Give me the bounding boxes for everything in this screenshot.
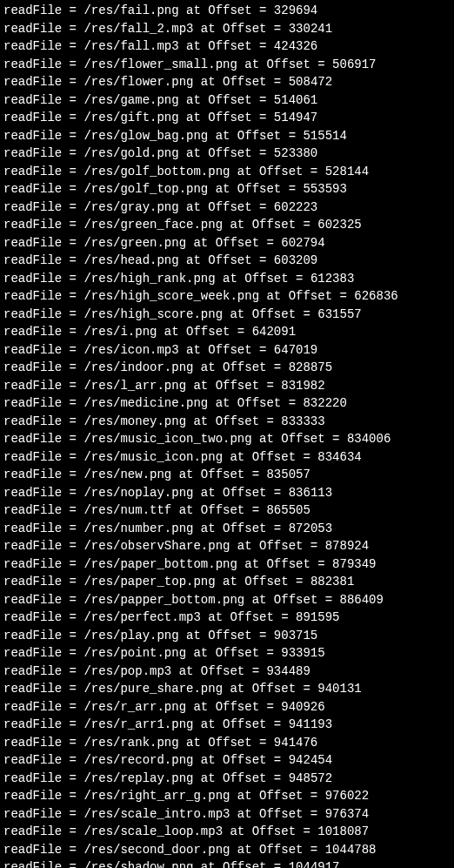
log-line: readFile = /res/high_score_week.png at O… <box>3 287 451 306</box>
log-label: readFile = <box>3 860 83 868</box>
log-line: readFile = /res/num.ttf at Offset = 8655… <box>3 501 451 520</box>
offset-label: at Offset = <box>179 253 274 267</box>
file-path: /res/new.png <box>83 468 171 481</box>
offset-value: 940131 <box>317 682 361 696</box>
log-line: readFile = /res/new.png at Offset = 8350… <box>3 466 451 484</box>
offset-value: 940926 <box>281 700 324 714</box>
log-label: readFile = <box>3 414 83 428</box>
log-label: readFile = <box>3 200 83 214</box>
file-path: /res/fall_2.mp3 <box>83 22 193 36</box>
log-line: readFile = /res/papper_bottom.png at Off… <box>3 591 451 609</box>
log-label: readFile = <box>3 664 83 678</box>
log-line: readFile = /res/music_icon.png at Offset… <box>3 448 451 467</box>
offset-label: at Offset = <box>223 307 317 321</box>
file-path: /res/i.png <box>83 325 157 339</box>
offset-value: 602794 <box>281 236 324 250</box>
offset-label: at Offset = <box>230 843 324 857</box>
offset-label: at Offset = <box>193 860 288 868</box>
log-line: readFile = /res/r_arr1.png at Offset = 9… <box>3 716 451 734</box>
log-label: readFile = <box>3 789 83 803</box>
offset-value: 832220 <box>303 396 346 410</box>
file-path: /res/high_rank.png <box>83 272 215 286</box>
offset-value: 882381 <box>310 575 354 589</box>
offset-value: 903715 <box>274 629 317 643</box>
file-path: /res/scale_intro.mp3 <box>83 807 230 821</box>
offset-value: 976374 <box>325 807 369 821</box>
log-label: readFile = <box>3 379 83 393</box>
offset-label: at Offset = <box>216 575 310 589</box>
log-line: readFile = /res/green_face.png at Offset… <box>3 216 451 234</box>
log-label: readFile = <box>3 343 83 357</box>
log-label: readFile = <box>3 39 83 53</box>
log-label: readFile = <box>3 807 83 821</box>
file-path: /res/indoor.png <box>83 360 193 374</box>
log-line: readFile = /res/observShare.png at Offse… <box>3 537 451 555</box>
file-path: /res/replay.png <box>83 771 193 785</box>
file-path: /res/flower.png <box>83 75 193 89</box>
file-path: /res/money.png <box>83 414 186 428</box>
log-output: readFile = /res/fail.png at Offset = 329… <box>3 2 451 868</box>
offset-value: 528144 <box>325 165 369 178</box>
offset-label: at Offset = <box>186 236 281 250</box>
log-label: readFile = <box>3 165 83 178</box>
log-line: readFile = /res/music_icon_two.png at Of… <box>3 430 451 448</box>
log-line: readFile = /res/flower.png at Offset = 5… <box>3 73 451 91</box>
file-path: /res/gray.png <box>83 200 178 214</box>
offset-label: at Offset = <box>171 664 266 678</box>
offset-label: at Offset = <box>216 272 310 286</box>
file-path: /res/perfect.mp3 <box>83 610 200 624</box>
log-label: readFile = <box>3 843 83 857</box>
offset-value: 941476 <box>274 736 317 750</box>
file-path: /res/point.png <box>83 646 186 660</box>
log-label: readFile = <box>3 610 83 624</box>
offset-label: at Offset = <box>208 396 303 410</box>
offset-label: at Offset = <box>186 379 281 393</box>
log-line: readFile = /res/pure_share.png at Offset… <box>3 680 451 698</box>
log-label: readFile = <box>3 111 83 124</box>
log-label: readFile = <box>3 629 83 643</box>
file-path: /res/l_arr.png <box>83 379 186 393</box>
log-line: readFile = /res/perfect.mp3 at Offset = … <box>3 609 451 627</box>
offset-value: 834634 <box>317 450 361 464</box>
log-label: readFile = <box>3 468 83 481</box>
file-path: /res/gold.png <box>83 146 178 160</box>
file-path: /res/pure_share.png <box>83 682 223 696</box>
offset-value: 329694 <box>274 3 317 17</box>
log-line: readFile = /res/money.png at Offset = 83… <box>3 413 451 431</box>
offset-label: at Offset = <box>171 503 266 517</box>
log-label: readFile = <box>3 236 83 250</box>
offset-label: at Offset = <box>179 629 274 643</box>
offset-value: 1044788 <box>325 843 377 857</box>
log-line: readFile = /res/fall_2.mp3 at Offset = 3… <box>3 20 451 38</box>
offset-label: at Offset = <box>157 325 251 339</box>
log-line: readFile = /res/flower_small.png at Offs… <box>3 56 451 74</box>
log-line: readFile = /res/replay.png at Offset = 9… <box>3 770 451 788</box>
offset-value: 886409 <box>339 593 383 607</box>
log-label: readFile = <box>3 253 83 267</box>
file-path: /res/shadow.png <box>83 860 193 868</box>
offset-value: 879349 <box>332 557 376 571</box>
offset-value: 872053 <box>289 521 332 535</box>
offset-value: 831982 <box>281 379 324 393</box>
offset-value: 602325 <box>317 218 361 232</box>
offset-value: 330241 <box>289 22 332 36</box>
offset-label: at Offset = <box>193 360 288 374</box>
offset-label: at Offset = <box>193 717 288 731</box>
offset-label: at Offset = <box>186 700 281 714</box>
file-path: /res/paper_bottom.png <box>83 557 237 571</box>
offset-value: 835057 <box>266 468 310 481</box>
file-path: /res/pop.mp3 <box>83 664 171 678</box>
log-label: readFile = <box>3 75 83 89</box>
offset-label: at Offset = <box>223 450 317 464</box>
log-line: readFile = /res/scale_loop.mp3 at Offset… <box>3 823 451 841</box>
log-label: readFile = <box>3 503 83 517</box>
log-label: readFile = <box>3 129 83 143</box>
offset-label: at Offset = <box>237 557 332 571</box>
log-line: readFile = /res/fall.mp3 at Offset = 424… <box>3 37 451 56</box>
log-label: readFile = <box>3 272 83 286</box>
file-path: /res/scale_loop.mp3 <box>83 824 223 838</box>
log-line: readFile = /res/number.png at Offset = 8… <box>3 520 451 538</box>
log-label: readFile = <box>3 93 83 107</box>
offset-value: 833333 <box>281 414 324 428</box>
file-path: /res/high_score_week.png <box>83 289 259 303</box>
